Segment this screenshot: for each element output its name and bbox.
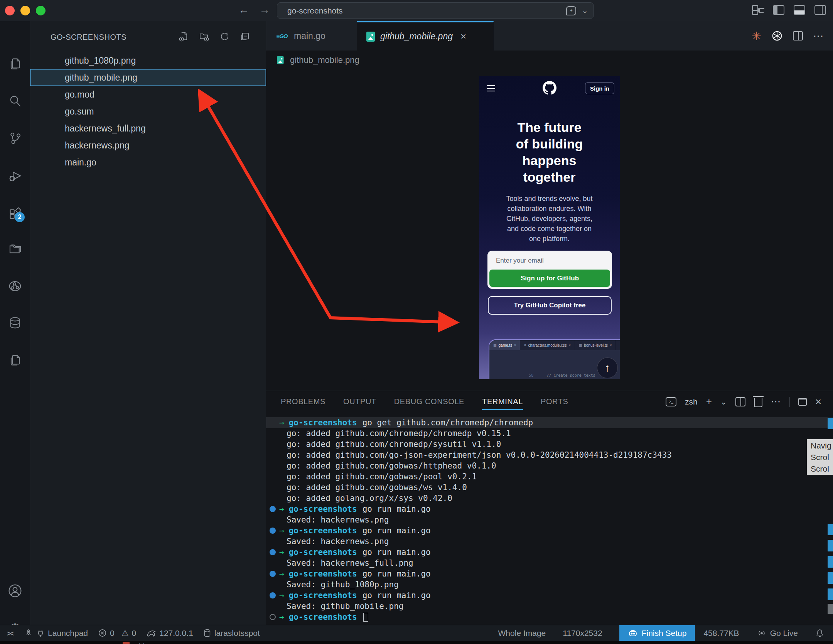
file-row[interactable]: hackernews.png (30, 137, 266, 154)
file-row[interactable]: main.go (30, 154, 266, 171)
split-editor-icon[interactable] (793, 31, 803, 40)
mockup-tab-close-icon: × (514, 343, 516, 347)
command-status-dot (270, 592, 276, 598)
run-debug-icon[interactable] (0, 166, 30, 185)
image-dimensions-item: 1170x2532 (563, 629, 602, 638)
panel-tab[interactable]: OUTPUT (343, 391, 376, 412)
command-status-dot (270, 614, 276, 620)
refresh-icon[interactable] (219, 31, 230, 42)
output-text: go: added github.com/chromedp/chromedp v… (287, 428, 511, 439)
traffic-light-minimize[interactable] (20, 6, 30, 15)
terminal-line: → go-screenshots (266, 612, 828, 622)
zoom-mode-item[interactable]: Whole Image (498, 629, 546, 638)
new-folder-icon[interactable] (199, 31, 209, 42)
vscode-window: ← → go-screenshots ✦ ⌄ (0, 0, 833, 644)
extensions-icon[interactable]: 2 (0, 204, 30, 223)
problems-summary[interactable]: 0 ⚠ 0 (98, 629, 136, 638)
terminal-more-icon[interactable]: ⋯ (771, 396, 781, 408)
file-row[interactable]: github_mobile.png (30, 69, 266, 86)
new-terminal-icon[interactable]: + (706, 396, 712, 408)
openai-extension-icon[interactable] (771, 30, 783, 42)
mockup-tab-bar: ▦ game.ts × # characters.module.css × ▦ … (489, 340, 620, 350)
explorer-title: GO-SCREENSHOTS (51, 33, 126, 42)
clipped-tooltip: Navig Scrol Scrol (807, 439, 833, 475)
breadcrumb[interactable]: github_mobile.png (266, 51, 833, 70)
finish-setup-button[interactable]: Finish Setup (619, 625, 695, 641)
explorer-sidebar: GO-SCREENSHOTS github_1080p.png github_m… (30, 21, 266, 625)
file-row[interactable]: github_1080p.png (30, 52, 266, 69)
panel-tab[interactable]: DEBUG CONSOLE (394, 391, 464, 412)
mysql-host-item[interactable]: 127.0.0.1 (146, 629, 193, 638)
database-icon[interactable] (0, 313, 30, 332)
terminal-output[interactable]: → go-screenshots go get github.com/chrom… (266, 417, 828, 622)
customize-layout-icon[interactable] (752, 5, 764, 15)
search-value: go-screenshots (287, 6, 343, 15)
search-icon[interactable] (0, 91, 30, 111)
terminal-line: → go: added golang.org/x/sys v0.42.0 (266, 493, 828, 504)
file-name: hackernews.png (65, 140, 130, 151)
toggle-panel-icon[interactable] (794, 5, 805, 15)
go-file-icon: ≡GO (275, 33, 288, 39)
nav-back-icon[interactable]: ← (237, 4, 251, 16)
hero-heading: The future of building happens together (479, 119, 620, 185)
file-row[interactable]: hackernews_full.png (30, 120, 266, 137)
chevron-down-icon[interactable]: ⌄ (582, 3, 588, 19)
shell-label[interactable]: zsh (685, 397, 698, 406)
file-row[interactable]: go.mod (30, 86, 266, 103)
toggle-primary-sidebar-icon[interactable] (773, 5, 784, 15)
new-file-icon[interactable] (179, 31, 189, 42)
claude-extension-icon[interactable]: ✳ (752, 29, 761, 43)
command-status-dot (270, 571, 276, 577)
mockup-tab-close-icon: × (568, 343, 570, 347)
panel-tab[interactable]: TERMINAL (482, 391, 523, 412)
github-logo-icon (543, 81, 556, 95)
mockup-file-icon: ▦ (579, 343, 582, 347)
terminal-line: → go-screenshots go run main.go (266, 525, 828, 536)
share-graph-icon[interactable] (0, 276, 30, 296)
panel-tab[interactable]: PORTS (541, 391, 568, 412)
command-center-search[interactable]: go-screenshots ✦ ⌄ (277, 2, 594, 19)
pages-icon[interactable] (0, 350, 30, 369)
copilot-chat-icon[interactable]: ✦ (566, 6, 576, 15)
terminal-command-mark (828, 418, 833, 429)
kill-terminal-icon[interactable] (754, 398, 762, 407)
toggle-secondary-sidebar-icon[interactable] (814, 5, 826, 15)
folder-library-icon[interactable] (0, 239, 30, 259)
terminal-dropdown-icon[interactable]: ⌄ (720, 397, 727, 406)
background-file-icon (123, 642, 130, 644)
explorer-icon[interactable] (0, 54, 30, 73)
github-mobile-screenshot: Sign in The future of building happens t… (479, 76, 620, 379)
status-bar: >< Launchpad 0 ⚠ 0 127.0.0.1 laraslotssp… (0, 625, 833, 641)
output-text: go: added github.com/gobwas/httphead v0.… (287, 460, 496, 471)
launchpad-item[interactable]: Launchpad (24, 629, 88, 638)
account-icon[interactable] (0, 581, 30, 600)
file-row[interactable]: go.sum (30, 103, 266, 120)
terminal-line: → go-screenshots go run main.go (266, 568, 828, 579)
more-actions-icon[interactable]: ⋯ (813, 30, 825, 42)
tab-main-go[interactable]: ≡GO main.go (266, 21, 357, 51)
terminal-line: → go: added github.com/chromedp/sysutil … (266, 439, 828, 450)
terminal-command-mark (828, 588, 833, 600)
source-control-icon[interactable] (0, 128, 30, 148)
command-status-dot (270, 528, 276, 534)
maximize-panel-icon[interactable] (798, 398, 807, 406)
remote-indicator[interactable]: >< (7, 629, 14, 638)
tab-label: github_mobile.png (380, 31, 453, 42)
collapse-folders-icon[interactable] (240, 31, 250, 42)
go-live-button[interactable]: Go Live (756, 629, 798, 638)
email-field: Enter your email (496, 257, 544, 265)
split-terminal-icon[interactable] (735, 397, 745, 406)
terminal-line: → go-screenshots go run main.go (266, 547, 828, 558)
notifications-bell-icon[interactable] (815, 628, 825, 638)
terminal-line: → Saved: hackernews_full.png (266, 558, 828, 568)
traffic-light-zoom[interactable] (36, 6, 46, 15)
tab-close-icon[interactable]: × (460, 30, 466, 42)
traffic-light-close[interactable] (5, 6, 15, 15)
dolphin-icon (146, 629, 156, 638)
panel-tab[interactable]: PROBLEMS (281, 391, 325, 412)
output-text: go: added golang.org/x/sys v0.42.0 (287, 493, 452, 504)
tab-github-mobile-png[interactable]: github_mobile.png × (357, 21, 494, 51)
database-connection-item[interactable]: laraslotsspot (203, 629, 260, 638)
close-panel-icon[interactable]: × (815, 396, 821, 408)
nav-forward-icon[interactable]: → (258, 4, 271, 16)
